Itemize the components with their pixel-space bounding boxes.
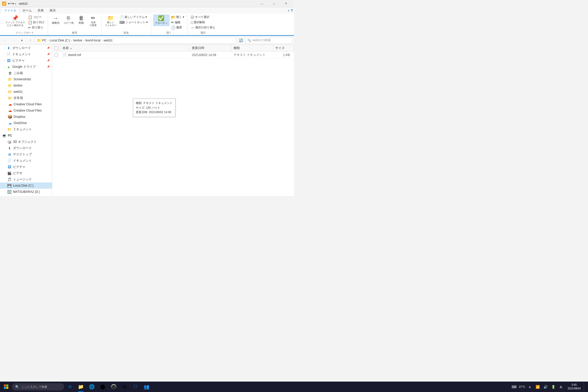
sidebar-section-pc[interactable]: 💻 PC xyxy=(0,132,52,139)
ribbon-btn-move[interactable]: → 移動先 xyxy=(50,15,62,26)
tab-share[interactable]: 共有 xyxy=(35,7,46,14)
music-icon: 🎵 xyxy=(7,177,11,181)
ribbon-btn-copy[interactable]: 📋 コピー xyxy=(27,15,46,20)
ribbon-btn-open[interactable]: 📂 開く ▾ xyxy=(170,15,185,20)
pictures-icon: 🖼 xyxy=(7,165,11,169)
move-icon: → xyxy=(53,15,58,21)
close-button[interactable]: ✕ xyxy=(280,0,292,7)
ribbon-group-select: ☑ すべて選択 □ 選択解除 ↔ 選択の切り替え 選択 xyxy=(188,15,218,35)
ribbon-btn-invertselect[interactable]: ↔ 選択の切り替え xyxy=(190,25,216,30)
search-box[interactable]: 🔍 web2cの検索 xyxy=(246,37,292,44)
table-row[interactable]: 📄 texmf.cnf 2021/08/02 14:08 テキスト ドキュメント… xyxy=(52,52,294,58)
col-header-type[interactable]: 種類 xyxy=(231,45,273,51)
ribbon-stack-select: ☑ すべて選択 □ 選択解除 ↔ 選択の切り替え xyxy=(190,15,216,30)
ribbon-btn-delete[interactable]: 🗑 削除 xyxy=(76,15,87,26)
minimize-button[interactable]: — xyxy=(256,0,268,7)
sidebar-item-googledrive[interactable]: › ▲ Google ドライブ 📌 xyxy=(0,64,52,70)
sidebar-item-downloads-pinned[interactable]: › ⬇ ダウンロード 📌 xyxy=(0,45,52,51)
maximize-button[interactable]: □ xyxy=(268,0,280,7)
sidebar-item-documents-pinned[interactable]: › 📄 ドキュメント 📌 xyxy=(0,51,52,57)
ribbon-btn-copyto[interactable]: ⎘ コピー先 xyxy=(62,15,75,26)
redo-btn[interactable]: ↪ xyxy=(11,2,14,5)
ribbon-group-open: ✅ プロパティ 📂 開く ▾ ✏ 編集 🕐 履歴 xyxy=(151,15,188,35)
ribbon-group-organize: → 移動先 ⎘ コピー先 🗑 削除 ✏ 名前の変更 整理 xyxy=(48,15,101,35)
path-texlive[interactable]: texlive xyxy=(73,39,82,42)
sidebar-item-dropbox[interactable]: 📦 Dropbox xyxy=(0,114,52,120)
sidebar-item-web2c[interactable]: 📁 web2c xyxy=(0,89,52,95)
sidebar-item-downloads[interactable]: ⬇ ダウンロード xyxy=(0,145,52,151)
ribbon-btn-cut[interactable]: ✂ 切り取り xyxy=(27,25,46,30)
sidebar-item-cc-files-1[interactable]: ☁ Creative Cloud Files xyxy=(0,101,52,107)
col-header-checkbox[interactable] xyxy=(52,45,60,51)
ribbon-btn-edit[interactable]: ✏ 編集 xyxy=(170,20,185,25)
dropbox-icon: 📦 xyxy=(8,115,12,119)
tab-view[interactable]: 表示 xyxy=(47,7,58,14)
col-header-size[interactable]: サイズ xyxy=(273,45,294,51)
video-icon: 🎬 xyxy=(7,171,11,175)
sidebar-item-hijoyou[interactable]: 📁 非常用 xyxy=(0,95,52,101)
up-button[interactable]: ↑ xyxy=(27,37,34,44)
ribbon-btn-deselectall[interactable]: □ 選択解除 xyxy=(190,20,216,25)
sidebar-item-onedrive[interactable]: ☁ OneDrive xyxy=(0,120,52,126)
path-texmflocal[interactable]: texmf-local xyxy=(85,39,100,42)
desktop-icon: 🖥 xyxy=(7,152,11,156)
folder-icon: 📁 xyxy=(8,96,12,100)
ribbon-btn-properties[interactable]: ✅ プロパティ xyxy=(153,15,169,26)
ribbon-btn-newitem[interactable]: 📄 新しいアイテム ▾ xyxy=(118,15,149,20)
tab-file[interactable]: ファイル xyxy=(1,7,19,14)
ribbon-btn-quickaccess[interactable]: 📌 クイック アクセスにピン留めする xyxy=(4,15,26,28)
sidebar-item-onedrive-docs[interactable]: 📁 ドキュメント xyxy=(0,126,52,132)
ribbon-btn-shortcut[interactable]: ⌨ ショートカット ▾ xyxy=(118,20,149,25)
sidebar-item-trash[interactable]: 🗑 ごみ箱 xyxy=(0,70,52,76)
sidebar-item-screenshots[interactable]: 📁 Screenshots xyxy=(0,76,52,82)
sidebar-item-matsubara1-e1[interactable]: 💽 MATSUBARA1 (E:) xyxy=(0,195,52,196)
sidebar-item-documents-pc[interactable]: 📄 ドキュメント xyxy=(0,157,52,164)
sidebar-label: web2c xyxy=(14,90,23,94)
ribbon-btn-paste[interactable]: 📋 貼り付け xyxy=(27,20,46,25)
sidebar-item-music[interactable]: 🎵 ミュージック xyxy=(0,176,52,182)
back-button[interactable]: ← xyxy=(2,37,9,44)
path-localdisk[interactable]: Local Disk (C:) xyxy=(50,39,70,42)
refresh-button[interactable]: 🔄 xyxy=(237,37,244,44)
forward-button[interactable]: → xyxy=(10,37,17,44)
search-icon: 🔍 xyxy=(247,39,251,42)
ribbon-btn-history[interactable]: 🕐 履歴 xyxy=(170,25,185,30)
ribbon-stack-copy: 📋 コピー 📋 貼り付け ✂ 切り取り xyxy=(27,15,46,30)
path-web2c[interactable]: web2c xyxy=(103,39,113,42)
sidebar-item-matsubara2-d[interactable]: 💽 MATSUBARA2 (D:) xyxy=(0,189,52,195)
sidebar-item-cc-files-2[interactable]: ☁ Creative Cloud Files xyxy=(0,107,52,114)
recent-locations-button[interactable]: ▾ xyxy=(18,37,26,44)
address-path[interactable]: 📁 PC › Local Disk (C:) › texlive › texmf… xyxy=(35,37,236,44)
sidebar-label: Creative Cloud Files xyxy=(14,109,42,112)
tab-home[interactable]: ホーム xyxy=(20,7,34,14)
file-size-cell: 1 KB xyxy=(273,53,294,57)
ribbon-group-label-clipboard: クリップボード xyxy=(4,30,46,35)
ribbon-btn-newfolder[interactable]: 📁 新しいフォルダー xyxy=(103,15,118,28)
sidebar-item-pictures-pc[interactable]: 🖼 ピクチャ xyxy=(0,164,52,170)
sidebar-item-localdisk-c[interactable]: 💾 Local Disk (C:) xyxy=(0,182,52,189)
ribbon-group-organize-buttons: → 移動先 ⎘ コピー先 🗑 削除 ✏ 名前の変更 xyxy=(50,15,99,30)
downloads-icon: ⬇ xyxy=(7,146,11,150)
path-pc[interactable]: PC xyxy=(42,39,47,42)
help-btn[interactable]: ? xyxy=(291,8,293,13)
open-icon: 📂 xyxy=(171,15,175,19)
sidebar-item-3d[interactable]: 🎲 3D オブジェクト xyxy=(0,139,52,145)
properties-icon: ✅ xyxy=(158,16,164,21)
history-icon: 🕐 xyxy=(171,26,175,29)
ribbon-group-new: 📁 新しいフォルダー 📄 新しいアイテム ▾ ⌨ ショートカット ▾ 新規 xyxy=(101,15,151,35)
sidebar-item-video[interactable]: 🎬 ビデオ xyxy=(0,170,52,176)
sidebar-item-texlive[interactable]: 📁 texlive xyxy=(0,82,52,89)
undo-btn[interactable]: ↩ xyxy=(8,2,11,5)
select-all-checkbox[interactable] xyxy=(54,46,58,50)
ribbon-btn-rename[interactable]: ✏ 名前の変更 xyxy=(88,15,99,28)
ribbon-collapse-btn[interactable]: ∧ xyxy=(287,9,290,12)
ribbon-group-label-organize: 整理 xyxy=(50,30,99,35)
col-header-name[interactable]: 名前 ▲ xyxy=(60,45,190,51)
copyto-icon: ⎘ xyxy=(67,15,70,21)
col-header-date[interactable]: 更新日時 xyxy=(190,45,231,51)
row-checkbox[interactable] xyxy=(52,53,60,57)
sidebar-item-pictures-pinned[interactable]: › 🖼 ピクチャ 📌 xyxy=(0,57,52,64)
ribbon-btn-selectall[interactable]: ☑ すべて選択 xyxy=(190,15,216,20)
sidebar-item-desktop[interactable]: 🖥 デスクトップ xyxy=(0,151,52,157)
titlebar-icon: 📁 xyxy=(2,2,6,6)
